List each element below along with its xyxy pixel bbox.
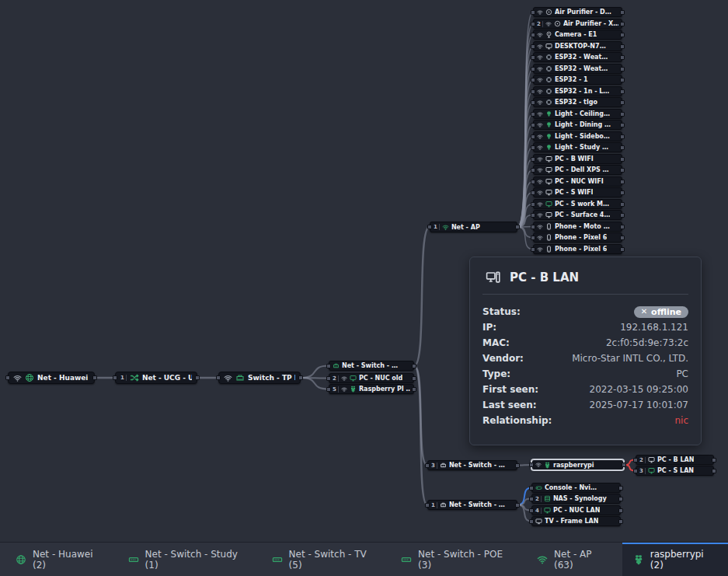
node-pc-nuc-wifi[interactable]: PC - NUC WIFI: [533, 176, 622, 187]
status-badge: ✕offline: [634, 306, 688, 318]
node-pc-b-wifi[interactable]: PC - B WIFI: [533, 154, 622, 164]
node-net-switch-low[interactable]: 1Net - Switch - …: [427, 500, 517, 510]
wifi-icon: [537, 54, 543, 61]
node-pc-dell-xps[interactable]: PC - Dell XPS …: [533, 165, 622, 175]
node-light-dining[interactable]: Light - Dining …: [533, 120, 622, 130]
monitor-icon: [545, 166, 552, 173]
node-label: ESP32 - 1n - L…: [555, 88, 609, 95]
node-label: Light - Dining …: [555, 121, 611, 128]
wifi-icon: [341, 386, 347, 393]
node-pc-b-lan[interactable]: 2PC - B LAN: [636, 455, 714, 465]
first-seen-label: First seen:: [482, 384, 538, 395]
type-row: Type: PC: [482, 366, 688, 382]
fan-icon: [545, 9, 552, 16]
node-label: Light - Study …: [555, 144, 608, 151]
bulb-icon: [545, 133, 552, 140]
node-tv-frame-lan[interactable]: TV - Frame LAN: [531, 516, 621, 526]
node-label: PC - Surface 4…: [555, 211, 610, 218]
ip-row: IP: 192.168.1.121: [482, 319, 688, 335]
node-nas-synology[interactable]: 2NAS - Synology: [531, 494, 621, 504]
node-label: PC - S WIFI: [555, 189, 593, 196]
gamepad-icon: [535, 484, 542, 491]
node-raspberry-pi-old[interactable]: 5Raspberry PI …: [329, 384, 414, 394]
ip-label: IP:: [482, 322, 496, 333]
node-esp32-weat-2[interactable]: ESP32 - Weat…: [533, 64, 622, 74]
vendor-value: Micro-Star INTL CO., LTD.: [572, 353, 688, 364]
wifi-icon: [537, 246, 543, 253]
node-console-nvidia[interactable]: Console - Nvi…: [531, 483, 621, 493]
wifi-icon: [537, 89, 543, 95]
node-label: Console - Nvi…: [545, 484, 597, 491]
node-net-switch-mid[interactable]: 3Net - Switch - …: [427, 460, 517, 470]
node-air-purifier-d[interactable]: Air Purifier - D…: [533, 7, 622, 17]
tab-raspberrypi-2[interactable]: raspberrypi (2): [622, 543, 728, 576]
node-net-ap[interactable]: 1Net - AP: [430, 222, 517, 232]
chip-icon: [545, 99, 552, 106]
node-pc-nuc-lan[interactable]: 4PC - NUC LAN: [531, 505, 621, 515]
node-raspberrypi[interactable]: raspberrypi: [531, 459, 624, 470]
device-title: PC - B LAN: [510, 271, 579, 285]
node-camera-e1[interactable]: Camera - E1: [533, 30, 622, 40]
ethernet-icon: [440, 501, 447, 508]
node-label: PC - S work M…: [555, 201, 609, 208]
node-phone-pixel-6b[interactable]: Phone - Pixel 6: [533, 244, 622, 254]
node-esp32-1[interactable]: ESP32 - 1: [533, 75, 622, 85]
node-light-study[interactable]: Light - Study …: [533, 142, 622, 152]
node-desktop-n7[interactable]: DESKTOP-N7…: [533, 41, 622, 51]
node-switch-tp[interactable]: Switch - TP li…: [218, 372, 301, 384]
node-label: Phone - Pixel 6: [555, 234, 607, 241]
phone-icon: [545, 246, 552, 253]
node-pc-s-wifi[interactable]: PC - S WIFI: [533, 187, 622, 197]
wifi-icon: [537, 122, 543, 128]
node-phone-pixel-6a[interactable]: Phone - Pixel 6: [533, 232, 622, 243]
vendor-row: Vendor: Micro-Star INTL CO., LTD.: [482, 351, 688, 366]
wifi-icon: [537, 77, 543, 83]
node-label: Air Purifier - D…: [555, 9, 611, 16]
wifi-icon: [537, 145, 543, 151]
node-net-huawei[interactable]: Net - Huawei: [8, 372, 95, 384]
node-pc-s-work-m[interactable]: PC - S work M…: [533, 199, 622, 209]
ethernet-icon: [440, 462, 447, 469]
switch-icon: [128, 554, 139, 565]
port-count-badge: 2: [535, 496, 542, 502]
wifi-icon: [341, 375, 347, 382]
wifi-icon: [537, 44, 543, 50]
node-phone-moto[interactable]: Phone - Moto …: [533, 222, 622, 232]
tab-net-huawei-2[interactable]: Net - Huawei (2): [5, 543, 117, 576]
node-label: PC - B LAN: [657, 456, 695, 463]
network-map-canvas[interactable]: Net - Huawei1Net - UCG - Ul…Switch - TP …: [0, 0, 728, 576]
node-light-sideboard[interactable]: Light - Sidebo…: [533, 131, 622, 141]
node-pc-s-lan[interactable]: 3PC - S LAN: [636, 466, 714, 476]
tab-net-ap-63[interactable]: Net - AP (63): [526, 543, 622, 576]
node-esp32-tlgo[interactable]: ESP32 - tlgo: [533, 97, 622, 107]
node-net-switch-study[interactable]: Net - Switch - …: [329, 361, 414, 371]
last-seen-row: Last seen: 2025-07-17 10:01:07: [482, 397, 688, 413]
node-air-purifier-x[interactable]: 2Air Purifier - X…: [533, 19, 622, 29]
offline-x-icon: ✕: [641, 308, 647, 316]
node-light-ceiling[interactable]: Light - Ceiling…: [533, 109, 622, 119]
node-pc-surface-4[interactable]: PC - Surface 4…: [533, 210, 622, 220]
chip-icon: [545, 76, 552, 83]
wifi-icon: [537, 167, 543, 173]
card-header: PC - B LAN: [486, 270, 688, 285]
node-label: ESP32 - 1: [555, 76, 588, 83]
wifi-icon: [13, 374, 22, 382]
tab-net-switch-tv-5[interactable]: Net - Switch - TV (5): [261, 543, 391, 576]
tab-net-switch-study-1[interactable]: Net - Switch - Study (1): [117, 543, 261, 576]
ip-value: 192.168.1.121: [620, 322, 688, 333]
node-pc-nuc-old[interactable]: 2PC - NUC old: [329, 373, 414, 383]
wifi-icon: [537, 212, 543, 218]
node-label: Phone - Pixel 6: [555, 246, 607, 253]
node-esp32-1n-l[interactable]: ESP32 - 1n - L…: [533, 86, 622, 96]
node-net-ucg[interactable]: 1Net - UCG - Ul…: [115, 372, 197, 384]
node-label: Phone - Moto …: [555, 223, 610, 230]
node-esp32-weat-1[interactable]: ESP32 - Weat…: [533, 52, 622, 62]
tv-icon: [535, 518, 542, 525]
tab-net-switch-poe-3[interactable]: Net - Switch - POE (3): [390, 543, 526, 576]
tab-label: Net - Switch - TV (5): [289, 549, 380, 571]
port-count-badge: 2: [639, 457, 646, 463]
status-value: offline: [651, 307, 681, 317]
port-count-badge: 2: [537, 21, 543, 27]
monitor-icon: [545, 211, 552, 218]
node-label: Net - Switch - …: [449, 501, 505, 508]
